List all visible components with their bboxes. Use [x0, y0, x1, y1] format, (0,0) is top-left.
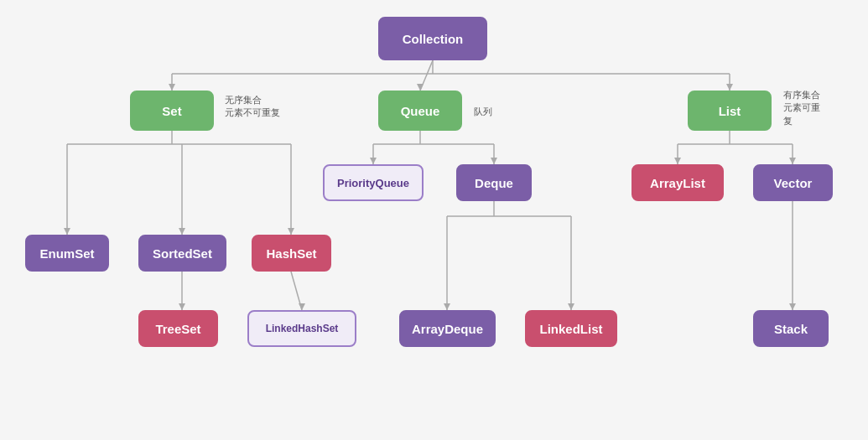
svg-marker-31 — [169, 84, 175, 91]
node-linkedlist: LinkedList — [525, 310, 617, 347]
svg-marker-37 — [179, 303, 185, 310]
node-stack: Stack — [753, 310, 829, 347]
connector-lines — [0, 0, 868, 440]
node-vector: Vector — [753, 164, 833, 201]
svg-line-3 — [420, 60, 433, 91]
svg-marker-34 — [64, 228, 70, 235]
node-arraydeque: ArrayDeque — [399, 310, 496, 347]
list-annotation: 有序集合元素可重复 — [783, 89, 820, 127]
svg-marker-39 — [370, 158, 377, 164]
node-priorityqueue: PriorityQueue — [323, 164, 424, 201]
node-hashset: HashSet — [252, 235, 331, 272]
svg-marker-32 — [417, 84, 424, 91]
node-queue: Queue — [378, 91, 462, 131]
node-collection: Collection — [378, 17, 487, 60]
set-annotation: 无序集合元素不可重复 — [225, 94, 280, 120]
node-sortedset: SortedSet — [138, 235, 226, 272]
svg-marker-36 — [288, 228, 294, 235]
svg-marker-45 — [789, 303, 796, 310]
node-set: Set — [130, 91, 214, 131]
svg-marker-44 — [789, 158, 796, 164]
node-list: List — [688, 91, 772, 131]
svg-marker-41 — [444, 303, 450, 310]
svg-marker-33 — [726, 84, 733, 91]
node-linkedhashset: LinkedHashSet — [247, 310, 356, 347]
svg-marker-42 — [568, 303, 574, 310]
node-treeset: TreeSet — [138, 310, 218, 347]
svg-marker-35 — [179, 228, 185, 235]
node-arraylist: ArrayList — [632, 164, 724, 201]
node-deque: Deque — [456, 164, 532, 201]
svg-marker-40 — [491, 158, 497, 164]
svg-line-14 — [291, 272, 302, 310]
queue-annotation: 队列 — [474, 106, 492, 118]
diagram: Collection Set Queue List PriorityQueue … — [0, 0, 868, 440]
svg-marker-43 — [674, 158, 681, 164]
node-enumset: EnumSet — [25, 235, 109, 272]
svg-marker-38 — [299, 303, 305, 310]
